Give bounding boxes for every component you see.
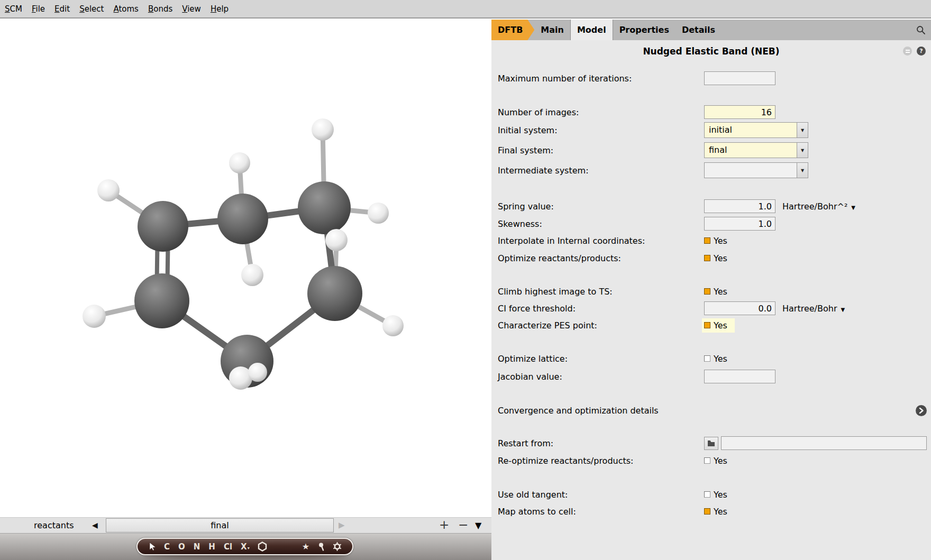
molecule-viewport[interactable]: reactants ◀ final ▶ + − ▼ C O N H Cl X ▾… [0,20,491,560]
field-label: Climb highest image to TS: [498,287,704,297]
element-x-button[interactable]: X ▾ [236,542,254,552]
tabbar-spacer [722,20,911,40]
final-system-select[interactable]: final ▼ [704,142,808,158]
carbon-atom[interactable] [307,266,362,321]
carbon-atom[interactable] [298,181,351,234]
hydrogen-atom[interactable] [368,203,389,224]
unit-label: Hartree/Bohr [782,304,837,314]
field-label: Optimize lattice: [498,354,704,364]
menu-select[interactable]: Select [75,4,108,14]
optimize-lattice-checkbox[interactable] [704,355,710,362]
frame-menu-icon[interactable]: ▼ [475,518,481,533]
tab-properties[interactable]: Properties [613,20,676,40]
row-climb-highest: Climb highest image to TS: Yes [498,283,927,299]
tab-dftb[interactable]: DFTB [491,20,534,40]
intermediate-system-select[interactable]: ▼ [704,162,808,178]
ci-force-threshold-input[interactable] [704,301,775,315]
convergence-details-link[interactable]: Convergence and optimization details [498,402,927,418]
tab-main[interactable]: Main [534,20,570,40]
chevron-down-icon[interactable]: ▼ [797,123,808,137]
search-icon[interactable] [911,20,931,40]
chevron-down-icon[interactable]: ▼ [797,163,808,178]
frame-bar: reactants ◀ final ▶ + − ▼ [0,517,491,534]
characterize-pes-checkbox[interactable] [704,322,710,328]
checkbox-label: Yes [714,320,727,331]
menu-file[interactable]: File [27,4,50,14]
field-label: Final system: [498,145,704,155]
interpolate-internal-checkbox[interactable] [704,237,710,244]
zoom-out-icon[interactable]: − [458,517,468,533]
carbon-atom[interactable] [138,201,188,252]
hydrogen-atom[interactable] [312,118,334,141]
menu-view[interactable]: View [177,4,206,14]
reoptimize-checkbox[interactable] [704,457,710,464]
max-iterations-input[interactable] [704,71,775,85]
zoom-in-icon[interactable]: + [439,517,449,533]
row-characterize-pes: Characterize PES point: Yes [498,317,927,333]
element-o-button[interactable]: O [174,542,189,552]
row-map-atoms: Map atoms to cell: Yes [498,503,927,519]
selected-value: final [705,143,797,158]
frame-slider[interactable]: final [106,518,334,533]
tab-model[interactable]: Model [570,20,613,40]
element-h-button[interactable]: H [204,542,220,552]
field-label: Initial system: [498,125,704,135]
row-number-of-images: Number of images: [498,104,927,120]
panel-menu-icon[interactable] [903,47,912,56]
menu-bonds[interactable]: Bonds [143,4,177,14]
hydrogen-atom[interactable] [83,305,106,328]
hydrogen-atom[interactable] [382,315,404,336]
climb-highest-checkbox[interactable] [704,288,710,295]
hydrogen-atom[interactable] [229,152,250,173]
menu-scm[interactable]: SCM [0,4,27,14]
frame-left-label: reactants [34,518,74,533]
hydrogen-atom[interactable] [248,363,267,382]
row-spring-value: Spring value: Hartree/Bohr^²▼ [498,198,927,214]
chevron-down-icon: ▼ [851,205,855,210]
element-toolbar: C O N H Cl X ▾ ★ [136,538,353,555]
menu-help[interactable]: Help [206,4,233,14]
checkbox-label: Yes [714,490,727,500]
chevron-right-icon[interactable] [916,405,927,416]
spring-unit-select[interactable]: Hartree/Bohr^²▼ [782,201,855,212]
row-max-iterations: Maximum number of iterations: [498,70,927,86]
hydrogen-atom[interactable] [97,179,120,201]
panel-content: Nudged Elastic Band (NEB) ? Maximum numb… [491,40,931,560]
field-label: Intermediate system: [498,166,704,176]
use-old-tangent-checkbox[interactable] [704,491,710,498]
spring-value-input[interactable] [704,199,775,213]
chevron-down-icon[interactable]: ▼ [797,143,808,158]
play-icon[interactable]: ▶ [339,518,345,533]
ci-force-unit-select[interactable]: Hartree/Bohr▼ [782,304,845,314]
optimize-reactants-checkbox[interactable] [704,255,710,261]
tab-details[interactable]: Details [676,20,722,40]
previous-frame-icon[interactable]: ◀ [92,518,98,533]
carbon-atom[interactable] [134,273,189,328]
section-link-label: Convergence and optimization details [498,406,659,416]
restart-from-input[interactable] [721,436,927,450]
initial-system-select[interactable]: initial ▼ [704,122,808,138]
carbon-atom[interactable] [217,194,268,244]
hydrogen-atom[interactable] [241,264,263,286]
menu-atoms[interactable]: Atoms [108,4,143,14]
highlighted-option: Yes [702,318,735,333]
hydrogen-atom[interactable] [325,229,348,251]
jacobian-value-input[interactable] [704,370,775,383]
element-n-button[interactable]: N [189,542,205,552]
menu-bar: SCM File Edit Select Atoms Bonds View He… [0,0,931,19]
skewness-input[interactable] [704,217,775,231]
probe-tool-icon[interactable] [313,542,329,551]
menu-edit[interactable]: Edit [50,4,75,14]
gear-icon[interactable] [329,542,345,551]
browse-folder-icon[interactable] [704,437,718,450]
selected-value: initial [705,123,797,137]
ring-tool-icon[interactable] [254,541,271,552]
map-atoms-checkbox[interactable] [704,508,710,515]
pointer-tool-icon[interactable] [144,542,160,551]
element-cl-button[interactable]: Cl [220,542,236,552]
number-of-images-input[interactable] [704,105,775,119]
row-optimize-lattice: Optimize lattice: Yes [498,351,927,366]
element-c-button[interactable]: C [160,542,174,552]
structures-star-icon[interactable]: ★ [298,541,313,552]
help-icon[interactable]: ? [917,47,926,56]
